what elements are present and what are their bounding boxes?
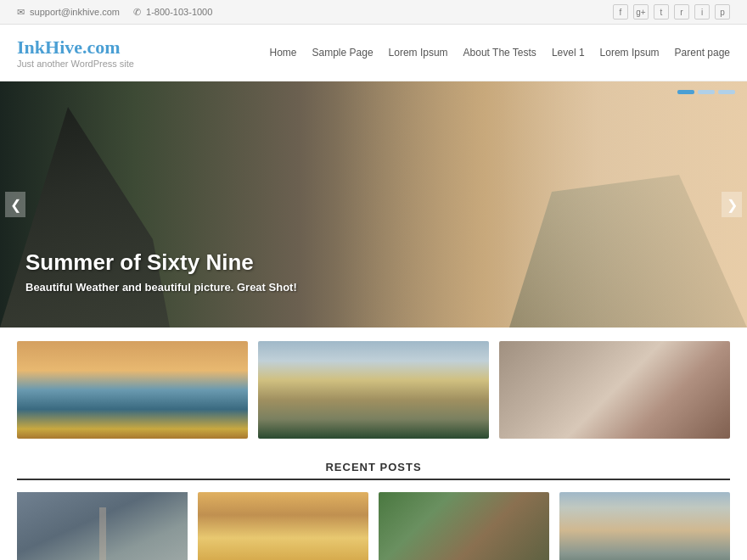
site-header: InkHive.com Just another WordPress site … bbox=[0, 25, 747, 81]
slider-prev-button[interactable]: ❮ bbox=[5, 192, 25, 217]
facebook-icon[interactable]: f bbox=[613, 4, 628, 20]
featured-image-1-placeholder bbox=[17, 341, 248, 439]
next-arrow-icon: ❯ bbox=[727, 197, 738, 213]
post-thumb-1[interactable] bbox=[17, 492, 188, 560]
thumb1-inner bbox=[17, 492, 188, 560]
nav-about-tests[interactable]: About The Tests bbox=[463, 47, 536, 59]
recent-posts-section: RECENT POSTS Layout Test This is a stick… bbox=[0, 452, 747, 560]
nav-lorem-ipsum-2[interactable]: Lorem Ipsum bbox=[600, 47, 660, 59]
instagram-icon[interactable]: i bbox=[694, 4, 710, 20]
top-bar-contact: ✉ support@inkhive.com ✆ 1-800-103-1000 bbox=[17, 7, 212, 18]
slider-dot-3[interactable] bbox=[718, 90, 735, 94]
hero-title: Summer of Sixty Nine bbox=[25, 249, 297, 276]
post-card-3: Readability Test All children, except on… bbox=[379, 492, 549, 560]
slider-dot-1[interactable] bbox=[677, 90, 694, 94]
twitter-icon[interactable]: t bbox=[654, 4, 669, 20]
rss-icon[interactable]: r bbox=[674, 4, 689, 20]
social-links: f g+ t r i p bbox=[613, 4, 730, 20]
pinterest-icon[interactable]: p bbox=[715, 4, 730, 20]
site-logo: InkHive.com Just another WordPress site bbox=[17, 36, 134, 69]
post-card-1: Layout Test This is a sticky post!!! Mak… bbox=[17, 492, 188, 560]
post-card-4: Images Test Image Alignment Tests: Un-Ca… bbox=[559, 492, 730, 560]
featured-image-3[interactable] bbox=[499, 341, 730, 439]
hero-text: Summer of Sixty Nine Beautiful Weather a… bbox=[25, 249, 297, 294]
nav-sample-page[interactable]: Sample Page bbox=[312, 47, 374, 59]
featured-image-2-placeholder bbox=[258, 341, 489, 439]
site-title[interactable]: InkHive.com bbox=[17, 36, 134, 59]
hero-slider: ❮ ❯ Summer of Sixty Nine Beautiful Weath… bbox=[0, 81, 747, 328]
hero-subtitle: Beautiful Weather and beautiful picture.… bbox=[25, 281, 297, 294]
slider-dots bbox=[677, 90, 735, 94]
nav-home[interactable]: Home bbox=[270, 47, 297, 59]
phone-icon: ✆ bbox=[133, 7, 141, 17]
featured-image-3-placeholder bbox=[499, 341, 730, 439]
post-thumb-3[interactable] bbox=[379, 492, 549, 560]
featured-image-2[interactable] bbox=[258, 341, 489, 439]
post-thumb-2[interactable] bbox=[198, 492, 368, 560]
prev-arrow-icon: ❮ bbox=[10, 197, 21, 213]
post-thumb-4[interactable] bbox=[559, 492, 730, 560]
hero-haze-overlay bbox=[336, 81, 747, 328]
nav-level1[interactable]: Level 1 bbox=[552, 47, 585, 59]
featured-images-row bbox=[0, 328, 747, 452]
email-contact: ✉ support@inkhive.com bbox=[17, 7, 120, 18]
nav-lorem-ipsum-1[interactable]: Lorem Ipsum bbox=[389, 47, 448, 59]
recent-posts-title: RECENT POSTS bbox=[17, 461, 730, 480]
phone-contact: ✆ 1-800-103-1000 bbox=[133, 7, 212, 18]
email-icon: ✉ bbox=[17, 7, 25, 17]
featured-image-1[interactable] bbox=[17, 341, 248, 439]
top-bar: ✉ support@inkhive.com ✆ 1-800-103-1000 f… bbox=[0, 0, 747, 25]
google-plus-icon[interactable]: g+ bbox=[633, 4, 649, 20]
site-tagline: Just another WordPress site bbox=[17, 59, 134, 69]
post-card-2: Hello world! Etiam pulvinar urna, lacus!… bbox=[198, 492, 368, 560]
slider-next-button[interactable]: ❯ bbox=[722, 192, 742, 217]
nav-parent-page[interactable]: Parent page bbox=[675, 47, 730, 59]
posts-grid: Layout Test This is a sticky post!!! Mak… bbox=[17, 492, 730, 560]
slider-dot-2[interactable] bbox=[698, 90, 715, 94]
main-nav: Home Sample Page Lorem Ipsum About The T… bbox=[270, 47, 731, 59]
